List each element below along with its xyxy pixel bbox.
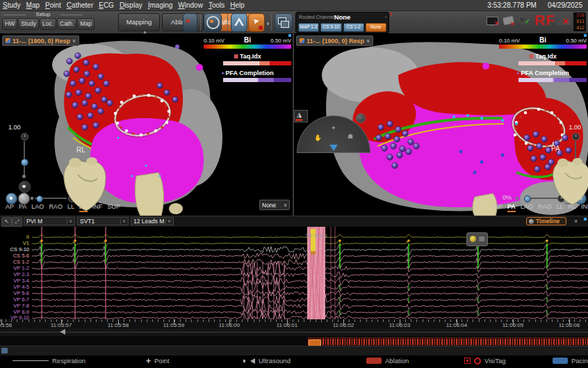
ecg-scrollbar[interactable] xyxy=(0,328,588,336)
menu-item-point[interactable]: Point xyxy=(42,1,64,9)
orientation-heart-icon[interactable] xyxy=(57,155,113,214)
ecg-template-select[interactable]: SVT1∨ xyxy=(77,217,129,225)
left-zoom-slider-handle[interactable] xyxy=(21,159,28,166)
orientation-button-ap[interactable]: AP xyxy=(494,203,503,212)
channel-label-cs-9-10[interactable]: CS 9-10 xyxy=(0,246,29,253)
ecg-scroll-handle[interactable] xyxy=(60,329,65,335)
left-map-selector[interactable]: None ∨ xyxy=(259,200,290,210)
hand-tool-icon[interactable]: ✋ xyxy=(314,134,322,141)
tag-index-icon: ▦ xyxy=(529,54,534,58)
compass-dropdown-caret[interactable]: ∨ xyxy=(222,21,225,26)
fill-threshold-handle[interactable] xyxy=(524,195,531,202)
map-type-icon xyxy=(300,38,304,43)
orientation-button-pa[interactable]: PA xyxy=(507,203,516,212)
routed-next-arrow[interactable]: › xyxy=(385,15,386,19)
orientation-button-ap[interactable]: AP xyxy=(6,203,14,212)
pfa-icon: ● xyxy=(516,70,519,75)
menu-item-tools[interactable]: Tools xyxy=(206,1,227,9)
main-toolbar: Setup HWStudyLoc.Cath.Map MappingAblatio… xyxy=(0,11,588,34)
menu-item-imaging[interactable]: Imaging xyxy=(145,1,176,9)
menu-item-display[interactable]: Display xyxy=(117,1,145,9)
ecg-leads-select[interactable]: 12 Leads M∨ xyxy=(131,217,174,225)
channel-label-vp-4-5[interactable]: VP 4-5 xyxy=(0,284,29,290)
pfa-label: PFA Completion xyxy=(226,70,274,77)
window-layout-button[interactable] xyxy=(275,13,293,32)
scale-max: 0.50 mV xyxy=(270,38,291,44)
legend-label: Ablation xyxy=(385,357,409,365)
routed-button-map-1-2[interactable]: MAP 1-2 xyxy=(298,23,319,32)
orientation-button-pa[interactable]: PA xyxy=(19,203,26,212)
right-map-title-chip[interactable]: 11-... (1900, 0) Resp ∨ xyxy=(296,35,373,46)
mode-button-mapping[interactable]: Mapping xyxy=(118,13,160,31)
setup-button-hw[interactable]: HW xyxy=(2,18,17,30)
orientation-button-lao[interactable]: LAO xyxy=(31,203,44,212)
left-scale-value: 1.00 xyxy=(8,124,21,131)
setup-button-loc[interactable]: Loc. xyxy=(40,18,56,30)
menu-item-catheter[interactable]: Catheter xyxy=(64,1,96,9)
left-map-title-chip[interactable]: 11-... (1900, 0) Resp ∨ xyxy=(2,35,79,46)
select-dropdown-caret[interactable]: ∨ xyxy=(266,21,270,26)
review-track[interactable] xyxy=(308,337,588,346)
counter-value: 412 xyxy=(573,25,585,31)
wand-tool-icon[interactable]: ✦ xyxy=(331,125,336,131)
channel-label-vp-2-3[interactable]: VP 2-3 xyxy=(0,271,29,278)
ecg-traces[interactable] xyxy=(0,227,588,319)
channel-label-cs-5-6[interactable]: CS 5-6 xyxy=(0,253,29,259)
setup-button-cath[interactable]: Cath. xyxy=(57,18,76,30)
channel-label-vp-7-8[interactable]: VP 7-8 xyxy=(0,303,29,309)
orientation-button-lao[interactable]: LAO xyxy=(521,203,533,212)
routed-button-cs-9-10[interactable]: CS 9-10 xyxy=(320,23,341,32)
clock-area: 3:53:28.778 PM 04/29/2025 xyxy=(487,1,588,9)
setup-button-study[interactable]: Study xyxy=(18,18,39,30)
ecg-toolbar: ↖ ⤢ PVI M∨ SVT1∨ 12 Leads M∨ Timeline ∨ xyxy=(0,216,588,227)
map-view-left[interactable]: 11-... (1900, 0) Resp ∨ 0.10 mV Bi 0.50 … xyxy=(0,33,293,216)
left-color-legend: 0.10 mV Bi 0.50 mV ▦Taq.Idx ●PFA Complet… xyxy=(204,36,291,82)
fill-threshold-handle[interactable] xyxy=(36,195,43,202)
timeline-button[interactable]: Timeline xyxy=(526,217,566,225)
select-tool-button[interactable]: ➤ xyxy=(248,13,265,32)
menu-item-study[interactable]: Study xyxy=(0,1,24,9)
zoom-in-button[interactable]: + xyxy=(21,133,28,141)
fill-threshold-min xyxy=(31,197,33,200)
channel-label-vp-6-7[interactable]: VP 6-7 xyxy=(0,296,29,303)
zoom-in-button[interactable]: + xyxy=(572,133,580,141)
channel-label-vp-1-2[interactable]: VP 1-2 xyxy=(0,265,29,271)
dial-knob[interactable] xyxy=(356,113,366,123)
map-view-right[interactable]: 11-... (1900, 0) Resp ∨ 0.10 mV Bi 0.50 … xyxy=(294,33,588,216)
right-color-legend: 0.10 mV Bi 0.50 mV ▦Taq.Idx ●PFA Complet… xyxy=(499,36,587,82)
reference-flag-icon[interactable]: ◮ xyxy=(294,110,308,122)
menu-item-window[interactable]: Window xyxy=(175,1,206,9)
legend-item-point: +Point xyxy=(146,357,170,365)
channel-label-ii[interactable]: II xyxy=(0,234,29,240)
timeline-dropdown-caret[interactable]: ∨ xyxy=(574,218,578,224)
map-heart-tool-button[interactable]: ♥ xyxy=(183,13,197,32)
ecg-protocol-select[interactable]: PVI M∨ xyxy=(24,217,75,225)
channel-label-cs-1-2[interactable]: CS 1-2 xyxy=(0,259,29,265)
menu-item-map[interactable]: Map xyxy=(24,1,42,9)
heart-icon: ♥ xyxy=(186,17,190,25)
signal-arrange-icon[interactable]: ⤢ xyxy=(12,217,22,227)
menu-item-help[interactable]: Help xyxy=(227,1,247,9)
eye-view-button[interactable] xyxy=(19,181,31,193)
map-fit-button[interactable] xyxy=(231,13,247,32)
channel-label-vp-3-4[interactable]: VP 3-4 xyxy=(0,278,29,284)
menu-item-ecg[interactable]: ECG xyxy=(96,1,117,9)
scale-label: Bi xyxy=(244,36,251,44)
routed-button-cs-1-2[interactable]: CS 1-2 xyxy=(343,23,364,32)
warning-x-icon: ✕ xyxy=(562,17,569,26)
channel-label-vp-5-6[interactable]: VP 5-6 xyxy=(0,290,29,296)
signal-pan-icon[interactable]: ↖ xyxy=(1,217,12,227)
ecg-signal-area[interactable]: IIV1CS 9-10CS 5-6CS 1-2VP 1-2VP 2-3VP 3-… xyxy=(0,227,588,319)
routed-channel-value: None xyxy=(296,13,389,21)
pfa-color-bar xyxy=(223,78,291,82)
setup-button-map[interactable]: Map xyxy=(77,18,95,30)
orientation-heart-icon[interactable] xyxy=(547,153,588,210)
bookmark-marker[interactable] xyxy=(466,232,488,246)
location-compass-button[interactable] xyxy=(204,13,222,32)
routed-button-none[interactable]: None xyxy=(366,23,386,32)
bipolar-color-bar xyxy=(499,45,587,49)
channel-label-v1[interactable]: V1 xyxy=(0,240,29,246)
lasso-tool-icon[interactable]: ☗ xyxy=(348,133,353,140)
counter-panel: 216 911 412 xyxy=(573,12,587,32)
review-bar[interactable] xyxy=(0,336,588,346)
